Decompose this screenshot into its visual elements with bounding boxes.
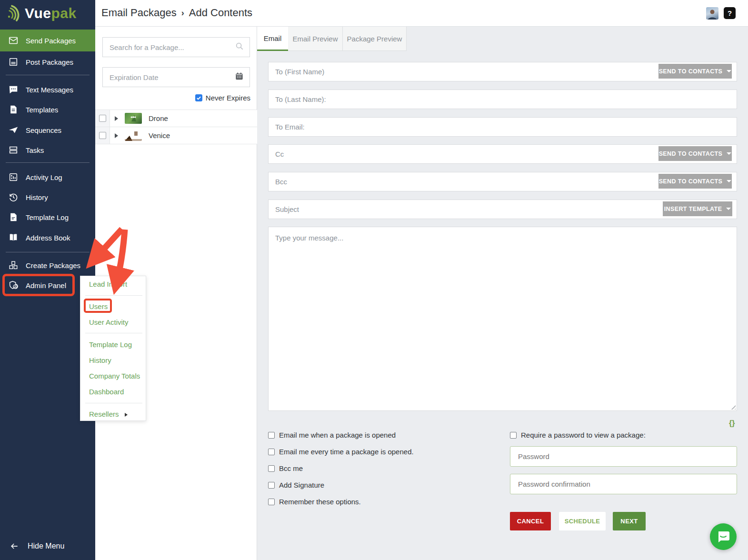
- history-clock-icon: [8, 191, 19, 203]
- to-email-field-wrap: [268, 117, 737, 137]
- checkbox[interactable]: [510, 432, 517, 439]
- never-expires-checkbox[interactable]: [195, 94, 202, 101]
- menu-item-lead-import[interactable]: Lead Import: [89, 280, 127, 288]
- checkbox[interactable]: [268, 482, 275, 489]
- never-expires-option: Never Expires: [195, 94, 250, 102]
- chat-bubble-icon: [8, 84, 19, 95]
- sidebar-divider: [6, 162, 90, 163]
- password-field-wrap: [510, 446, 737, 467]
- sidebar-item-address-book[interactable]: Address Book: [0, 228, 95, 247]
- package-thumbnail-venice: [125, 130, 142, 141]
- sidebar-item-activity-log[interactable]: Activity Log: [0, 168, 95, 187]
- sidebar-item-tasks[interactable]: Tasks: [0, 140, 95, 160]
- breadcrumb-primary[interactable]: Email Packages: [101, 7, 177, 19]
- to-email-field[interactable]: [268, 117, 737, 137]
- arrow-left-icon: [9, 541, 20, 551]
- send-to-contacts-button-bcc[interactable]: SEND TO CONTACTS: [658, 174, 732, 189]
- menu-item-user-activity[interactable]: User Activity: [89, 318, 129, 326]
- sidebar-item-post-packages[interactable]: Post Packages: [0, 52, 95, 71]
- chevron-down-icon: [726, 208, 731, 210]
- cancel-button[interactable]: CANCEL: [510, 512, 551, 530]
- sidebar-item-templates[interactable]: Templates: [0, 100, 95, 119]
- menu-item-resellers[interactable]: Resellers: [89, 410, 128, 418]
- post-icon: [8, 56, 19, 68]
- schedule-button[interactable]: SCHEDULE: [559, 512, 606, 530]
- package-name[interactable]: Drone: [149, 114, 168, 122]
- never-expires-label: Never Expires: [206, 94, 250, 102]
- checkbox[interactable]: [268, 499, 275, 505]
- insert-template-button[interactable]: INSERT TEMPLATE: [663, 201, 732, 216]
- checkbox[interactable]: [268, 465, 275, 472]
- sidebar-item-history[interactable]: History: [0, 188, 95, 207]
- file-log-icon: [8, 211, 19, 223]
- help-question-icon: ?: [728, 9, 732, 17]
- hide-menu-button[interactable]: Hide Menu: [0, 537, 95, 555]
- package-checkbox-cell: [95, 110, 110, 127]
- vuepak-logo-text: Vuepak: [25, 5, 77, 21]
- checkbox[interactable]: [268, 432, 275, 439]
- chevron-down-icon: [727, 152, 731, 155]
- send-to-contacts-button[interactable]: SEND TO CONTACTS: [658, 64, 732, 79]
- help-button[interactable]: ?: [724, 7, 736, 19]
- breadcrumb-separator-icon: ›: [181, 8, 184, 18]
- package-row-drone[interactable]: Drone: [95, 110, 257, 127]
- menu-item-history[interactable]: History: [89, 356, 111, 364]
- package-name[interactable]: Venice: [149, 131, 170, 140]
- package-checkbox[interactable]: [99, 132, 106, 139]
- menu-item-company-totals[interactable]: Company Totals: [89, 372, 140, 380]
- password-confirmation-field-wrap: [510, 474, 737, 494]
- menu-item-dashboard[interactable]: Dashboard: [89, 388, 124, 396]
- to-last-name-field[interactable]: [268, 90, 737, 109]
- tab-email-preview[interactable]: Email Preview: [288, 27, 343, 51]
- sidebar-item-text-messages[interactable]: Text Messages: [0, 80, 95, 99]
- next-button[interactable]: NEXT: [613, 512, 646, 530]
- menu-item-users[interactable]: Users: [89, 302, 108, 310]
- sidebar-item-send-packages[interactable]: Send Packages: [0, 30, 95, 51]
- package-checkbox[interactable]: [99, 115, 106, 122]
- top-header: Email Packages › Add Contents ?: [95, 0, 748, 27]
- menu-divider: [85, 333, 142, 333]
- expand-caret-icon[interactable]: [115, 133, 118, 138]
- list-icon: [8, 144, 19, 156]
- tab-email[interactable]: Email: [257, 27, 288, 51]
- to-last-name-field-wrap: [268, 90, 737, 109]
- sidebar-divider: [6, 75, 90, 75]
- sidebar-item-create-packages[interactable]: Create Packages: [0, 256, 95, 275]
- option-remember-options: Remember these options.: [268, 498, 361, 506]
- expand-caret-icon[interactable]: [115, 116, 118, 121]
- expiration-date-input[interactable]: [103, 68, 249, 87]
- insert-token-button[interactable]: {}: [729, 419, 735, 428]
- package-list: Drone Venice: [95, 110, 257, 144]
- chevron-down-icon: [727, 180, 731, 182]
- checkbox[interactable]: [268, 449, 275, 455]
- tab-package-preview[interactable]: Package Preview: [343, 27, 407, 51]
- sidebar-item-sequences[interactable]: Sequences: [0, 120, 95, 140]
- option-email-me-every-time: Email me every time a package is opened.: [268, 448, 414, 456]
- message-textarea[interactable]: [268, 227, 737, 411]
- password-confirmation-field[interactable]: [510, 474, 737, 494]
- package-row-venice[interactable]: Venice: [95, 127, 257, 144]
- option-bcc-me: Bcc me: [268, 464, 303, 472]
- chat-widget-button[interactable]: [710, 523, 737, 550]
- option-require-password: Require a password to view a package:: [510, 431, 646, 439]
- option-email-me-opened: Email me when a package is opened: [268, 431, 396, 439]
- envelope-icon: [8, 35, 19, 46]
- password-field[interactable]: [510, 446, 737, 467]
- vuepak-logo-icon: [6, 4, 22, 23]
- package-thumbnail-drone: [125, 113, 142, 124]
- check-icon: [196, 95, 201, 100]
- shield-user-icon: [8, 280, 19, 291]
- user-avatar[interactable]: [706, 7, 718, 20]
- expiration-date-box: [102, 67, 250, 87]
- vuepak-logo[interactable]: Vuepak: [0, 0, 95, 27]
- sidebar-item-template-log[interactable]: Template Log: [0, 208, 95, 227]
- calendar-icon[interactable]: [235, 72, 244, 83]
- cubes-icon: [8, 260, 19, 271]
- package-search-input[interactable]: [103, 38, 249, 57]
- menu-item-template-log[interactable]: Template Log: [89, 340, 132, 349]
- send-to-contacts-button-cc[interactable]: SEND TO CONTACTS: [658, 146, 732, 161]
- search-icon: [235, 42, 244, 52]
- breadcrumb-secondary: Add Contents: [189, 7, 252, 19]
- package-search-box: [102, 37, 250, 57]
- bar-chart-icon: [8, 171, 19, 183]
